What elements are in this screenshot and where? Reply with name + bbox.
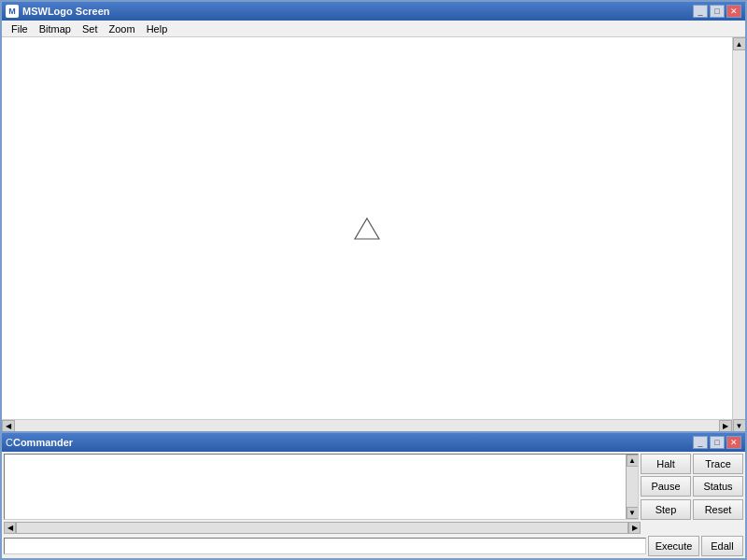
menubar: File Bitmap Set Zoom Help bbox=[2, 21, 745, 37]
main-window-icon: M bbox=[6, 5, 19, 18]
commander-window-title: Commander bbox=[13, 437, 693, 448]
reset-button[interactable]: Reset bbox=[693, 499, 743, 520]
turtle-canvas bbox=[2, 37, 732, 419]
commander-maximize-button[interactable]: □ bbox=[710, 436, 725, 449]
commander-window-icon: C bbox=[6, 437, 13, 448]
main-window: M MSWLogo Screen _ □ ✕ File Bitmap Set Z… bbox=[0, 0, 747, 434]
status-button[interactable]: Status bbox=[693, 476, 743, 497]
main-titlebar: M MSWLogo Screen _ □ ✕ bbox=[2, 2, 745, 21]
commander-body: ▲ ▼ Halt Trace Pause Status Step Reset ◀… bbox=[2, 452, 745, 558]
menu-file[interactable]: File bbox=[6, 22, 34, 35]
main-window-title: MSWLogo Screen bbox=[22, 6, 693, 17]
scroll-up-arrow[interactable]: ▲ bbox=[733, 37, 746, 50]
main-titlebar-buttons: _ □ ✕ bbox=[693, 5, 741, 18]
step-button[interactable]: Step bbox=[641, 499, 691, 520]
main-scrollbar-horizontal[interactable]: ◀ ▶ bbox=[2, 419, 732, 432]
command-input[interactable] bbox=[4, 538, 646, 554]
h-scroll-left-btn[interactable]: ◀ bbox=[4, 522, 16, 534]
h-scroll-track[interactable] bbox=[16, 522, 628, 534]
output-area: ▲ ▼ bbox=[4, 454, 639, 520]
commander-main-area: ▲ ▼ Halt Trace Pause Status Step Reset bbox=[4, 454, 743, 520]
menu-set[interactable]: Set bbox=[77, 22, 104, 35]
menu-help[interactable]: Help bbox=[141, 22, 174, 35]
input-row: Execute Edall bbox=[4, 536, 743, 556]
output-scrollbar[interactable]: ▲ ▼ bbox=[626, 455, 638, 519]
commander-close-button[interactable]: ✕ bbox=[726, 436, 741, 449]
scroll-left-arrow[interactable]: ◀ bbox=[2, 420, 15, 433]
commander-titlebar: C Commander _ □ ✕ bbox=[2, 433, 745, 452]
halt-button[interactable]: Halt bbox=[641, 454, 691, 474]
svg-marker-0 bbox=[355, 218, 379, 239]
main-scrollbar-vertical[interactable]: ▲ ▼ bbox=[732, 37, 745, 432]
commander-window: C Commander _ □ ✕ ▲ ▼ Halt Trace Pause bbox=[0, 431, 747, 560]
output-scroll-down[interactable]: ▼ bbox=[627, 507, 639, 519]
output-h-scroll[interactable]: ◀ ▶ bbox=[4, 521, 743, 534]
pause-button[interactable]: Pause bbox=[641, 476, 691, 497]
main-minimize-button[interactable]: _ bbox=[693, 5, 708, 18]
button-panel: Halt Trace Pause Status Step Reset bbox=[641, 454, 743, 520]
h-scroll-right-btn[interactable]: ▶ bbox=[628, 522, 641, 534]
commander-minimize-button[interactable]: _ bbox=[693, 436, 708, 449]
execute-button[interactable]: Execute bbox=[648, 536, 699, 556]
scroll-right-arrow[interactable]: ▶ bbox=[719, 420, 732, 433]
canvas-area: ▲ ▼ ◀ ▶ bbox=[2, 37, 745, 432]
menu-bitmap[interactable]: Bitmap bbox=[34, 22, 77, 35]
commander-titlebar-buttons: _ □ ✕ bbox=[693, 436, 741, 449]
scroll-down-arrow[interactable]: ▼ bbox=[733, 419, 746, 432]
trace-button[interactable]: Trace bbox=[693, 454, 743, 474]
main-maximize-button[interactable]: □ bbox=[710, 5, 725, 18]
turtle-triangle bbox=[353, 217, 381, 241]
main-close-button[interactable]: ✕ bbox=[726, 5, 741, 18]
menu-zoom[interactable]: Zoom bbox=[104, 22, 141, 35]
edall-button[interactable]: Edall bbox=[701, 536, 743, 556]
output-scroll-up[interactable]: ▲ bbox=[627, 455, 639, 467]
